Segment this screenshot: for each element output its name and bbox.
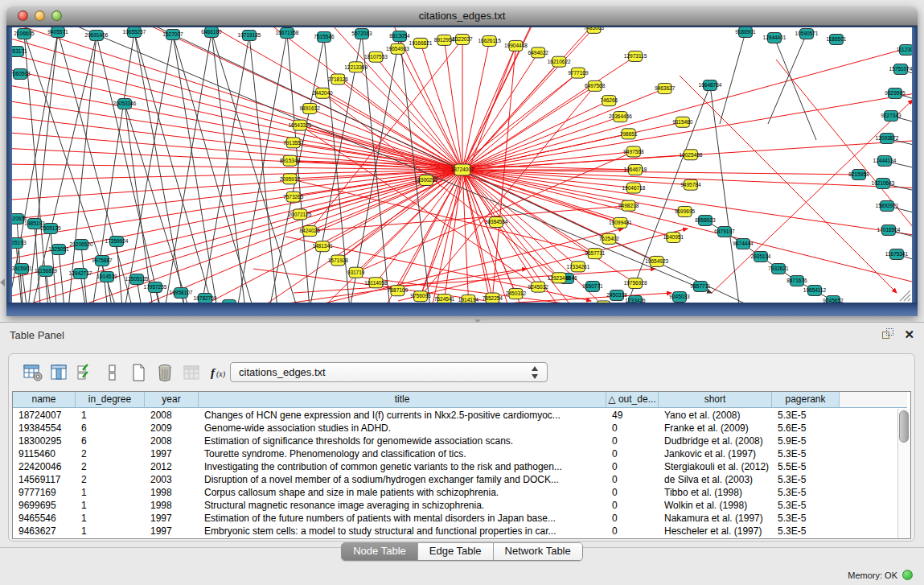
- graph-node[interactable]: 7932621: [768, 264, 789, 274]
- graph-node[interactable]: 9495784: [680, 179, 701, 190]
- graph-node[interactable]: 19099481: [609, 217, 632, 228]
- graph-node[interactable]: 20364456: [609, 112, 632, 122]
- graph-node[interactable]: 10646718: [624, 165, 647, 175]
- graph-node[interactable]: 16782759: [194, 294, 217, 303]
- column-header-year[interactable]: year: [145, 392, 199, 408]
- column-header-out_de[interactable]: △ out_de...: [606, 392, 659, 408]
- close-panel-icon[interactable]: ✕: [904, 328, 914, 340]
- graph-node[interactable]: 10654112: [803, 286, 827, 296]
- graph-node[interactable]: 16648784: [699, 80, 722, 91]
- graph-node[interactable]: 19654933: [386, 43, 409, 54]
- table-scrollbar[interactable]: [897, 409, 910, 538]
- graph-node[interactable]: 9115460: [673, 117, 693, 127]
- graph-node[interactable]: 2106605: [14, 29, 35, 39]
- graph-node[interactable]: 6466160: [201, 27, 222, 38]
- graph-node[interactable]: 2505135: [40, 224, 61, 234]
- graph-node[interactable]: 16120746: [592, 301, 615, 303]
- table-row[interactable]: 969969511998Structural magnetic resonanc…: [13, 499, 840, 512]
- tab-network-table[interactable]: Network Table: [494, 543, 582, 560]
- table-row[interactable]: 911546021997Tourette syndrome. Phenomeno…: [13, 447, 840, 460]
- graph-node[interactable]: 19384554: [485, 217, 508, 228]
- graph-node[interactable]: 7913557: [283, 138, 304, 148]
- graph-node[interactable]: 19756928: [624, 278, 647, 289]
- graph-node[interactable]: 17359924: [105, 237, 129, 247]
- graph-node[interactable]: 8912954: [434, 35, 455, 45]
- graph-node[interactable]: 16626115: [478, 35, 501, 46]
- graph-node[interactable]: 12213369: [344, 62, 368, 72]
- graph-node[interactable]: 18107553: [364, 51, 388, 62]
- select-rows-icon[interactable]: [76, 363, 96, 382]
- graph-node[interactable]: 16210622: [548, 56, 571, 67]
- graph-node[interactable]: 10590571: [795, 29, 819, 39]
- graph-node[interactable]: 6479197: [714, 227, 735, 237]
- table-row[interactable]: 1830029562008Estimation of significance …: [13, 435, 840, 447]
- float-panel-icon[interactable]: [882, 328, 894, 340]
- graph-node[interactable]: 10719185: [238, 31, 261, 41]
- table-row[interactable]: 1938455462009Genome-wide association stu…: [13, 422, 840, 435]
- table-row[interactable]: 2242004622012Investigating the contribut…: [13, 460, 840, 473]
- graph-node[interactable]: 8813054: [389, 31, 410, 42]
- graph-node[interactable]: 20691406: [85, 31, 109, 41]
- graph-node[interactable]: 19166821: [409, 38, 433, 48]
- graph-node[interactable]: 6497568: [585, 80, 606, 91]
- graph-node[interactable]: 2095917: [280, 174, 301, 184]
- network-canvas[interactable]: 2106605940557120691406106552571527007646…: [12, 27, 912, 303]
- graph-node[interactable]: 2450312: [506, 289, 527, 299]
- graph-node[interactable]: 10655257: [123, 27, 146, 38]
- graph-node[interactable]: 8322037: [452, 35, 473, 45]
- graph-node[interactable]: 2053171: [12, 47, 27, 57]
- graph-node[interactable]: 9497568: [623, 146, 644, 157]
- table-scrollbar-thumb[interactable]: [899, 410, 909, 443]
- column-header-short[interactable]: short: [659, 392, 772, 408]
- graph-node[interactable]: 9245032: [528, 282, 549, 292]
- graph-node[interactable]: 12973115: [624, 51, 647, 61]
- graph-node[interactable]: 9329965: [885, 89, 906, 99]
- graph-node[interactable]: 9657711: [585, 249, 605, 259]
- graph-node[interactable]: 9857711: [691, 282, 711, 292]
- graph-node[interactable]: 2935114: [751, 252, 771, 262]
- graph-node[interactable]: 1914519: [97, 272, 117, 282]
- graph-node[interactable]: 13923448: [218, 300, 241, 303]
- column-select-icon[interactable]: [50, 363, 69, 382]
- graph-node[interactable]: 7524541: [434, 295, 455, 303]
- graph-node[interactable]: 9463627: [655, 84, 676, 94]
- graph-node[interactable]: 17334261: [566, 262, 589, 272]
- graph-node[interactable]: 19046718: [622, 183, 645, 193]
- graph-node[interactable]: 9227343: [881, 111, 901, 122]
- graph-node[interactable]: 9756093: [410, 291, 431, 302]
- graph-node[interactable]: 931719: [347, 267, 365, 278]
- column-header-in_degree[interactable]: in_degree: [76, 392, 145, 408]
- graph-node[interactable]: 9245033: [669, 292, 690, 303]
- graph-node[interactable]: 8915343: [280, 155, 301, 166]
- graph-node[interactable]: 1640951: [663, 233, 684, 243]
- graph-node[interactable]: 20053346: [113, 99, 137, 109]
- delete-icon[interactable]: [156, 363, 175, 382]
- graph-node[interactable]: 9186901: [735, 27, 756, 38]
- graph-node[interactable]: 1186501: [827, 35, 847, 45]
- graph-node[interactable]: 16543321: [289, 120, 312, 130]
- graph-node[interactable]: 1112301: [897, 45, 912, 56]
- graph-node[interactable]: 9975887: [92, 256, 113, 266]
- graph-node[interactable]: 19904448: [504, 40, 528, 51]
- graph-node[interactable]: 17016504: [877, 225, 901, 236]
- graph-node[interactable]: 12944401: [763, 33, 786, 43]
- table-selector-combobox[interactable]: citations_edges.txt: [230, 362, 548, 382]
- graph-node[interactable]: 7515546: [314, 32, 335, 43]
- graph-node[interactable]: 3915901: [12, 264, 32, 274]
- import-table-disabled-icon[interactable]: [183, 363, 202, 382]
- graph-node[interactable]: 5572063: [351, 29, 372, 39]
- window-titlebar[interactable]: citations_edges.txt: [6, 6, 918, 26]
- function-builder-icon[interactable]: f(x): [209, 363, 228, 382]
- graph-node[interactable]: 6494022: [528, 47, 549, 58]
- graph-node[interactable]: 9498218: [618, 200, 639, 211]
- graph-node[interactable]: 1481341: [312, 241, 333, 252]
- graph-node[interactable]: 20072125: [289, 209, 312, 220]
- graph-node[interactable]: 16958107: [170, 288, 193, 299]
- graph-node[interactable]: 8424025: [300, 226, 321, 237]
- graph-node[interactable]: 15892971: [876, 201, 899, 212]
- graph-node[interactable]: 11675341: [885, 249, 909, 260]
- new-file-icon[interactable]: [129, 363, 149, 382]
- graph-node[interactable]: 15751074: [889, 64, 912, 75]
- graph-node[interactable]: 2718126: [328, 74, 349, 84]
- graph-node[interactable]: 12942737: [69, 269, 92, 279]
